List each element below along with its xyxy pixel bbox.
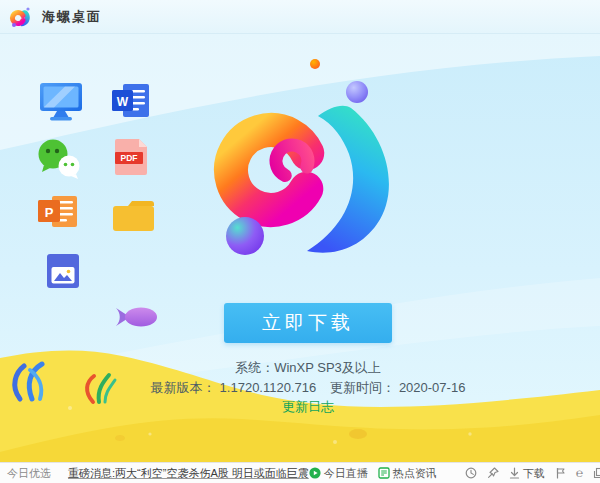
news-icon bbox=[378, 467, 390, 479]
live-label: 今日直播 bbox=[324, 466, 368, 481]
word-glyph: W bbox=[112, 84, 150, 120]
app-title: 海螺桌面 bbox=[42, 8, 102, 26]
monitor-glyph bbox=[39, 83, 83, 121]
system-label: 系统： bbox=[235, 360, 274, 375]
word-document-icon[interactable]: W bbox=[112, 84, 150, 120]
powerpoint-letter: P bbox=[45, 205, 54, 220]
orange-dot bbox=[310, 59, 320, 69]
flag-icon[interactable] bbox=[555, 467, 566, 479]
browser-icon[interactable]: ℮ bbox=[576, 467, 583, 479]
version-label: 最新版本： bbox=[151, 380, 216, 395]
word-letter: W bbox=[117, 95, 129, 109]
folder-icon[interactable] bbox=[112, 200, 156, 232]
conch-logo bbox=[205, 50, 405, 269]
download-tool-label: 下载 bbox=[523, 466, 545, 481]
statusbar: 今日优选 重磅消息:两大“利空”空袭杀伤A股 明日或面临巨震 今日直播 热点资讯 bbox=[0, 462, 600, 483]
conch-glyph bbox=[205, 50, 405, 265]
wechat-glyph bbox=[36, 139, 84, 179]
pdf-glyph: PDF bbox=[115, 139, 149, 175]
powerpoint-document-icon[interactable]: P bbox=[38, 196, 78, 230]
image-file-icon[interactable] bbox=[47, 254, 79, 288]
hot-news-button[interactable]: 热点资讯 bbox=[378, 466, 437, 481]
folder-glyph bbox=[112, 200, 156, 232]
version-info: 最新版本：1.1720.1120.716 更新时间：2020-07-16 bbox=[108, 379, 508, 397]
fish-icon bbox=[114, 303, 158, 335]
hot-news-label: 热点资讯 bbox=[393, 466, 437, 481]
powerpoint-glyph: P bbox=[38, 196, 78, 230]
purple-ball-top bbox=[346, 81, 368, 103]
image-glyph bbox=[47, 254, 79, 288]
update-time-value: 2020-07-16 bbox=[399, 380, 466, 395]
main-area: W PDF bbox=[0, 34, 600, 462]
purple-ball-bottom bbox=[226, 217, 264, 255]
pdf-label: PDF bbox=[121, 153, 138, 163]
download-button[interactable]: 立即下载 bbox=[224, 303, 392, 343]
wechat-icon[interactable] bbox=[36, 139, 84, 179]
version-value: 1.1720.1120.716 bbox=[220, 380, 317, 395]
pin-icon[interactable] bbox=[487, 467, 499, 479]
system-requirements: 系统：WinXP SP3及以上 bbox=[108, 359, 508, 377]
download-arrow-icon bbox=[509, 467, 520, 479]
live-play-icon bbox=[309, 467, 321, 479]
update-time-label: 更新时间： bbox=[330, 380, 395, 395]
changelog-link[interactable]: 更新日志 bbox=[108, 398, 508, 416]
live-button[interactable]: 今日直播 bbox=[309, 466, 368, 481]
windows-icon[interactable] bbox=[593, 467, 600, 479]
titlebar: 海螺桌面 bbox=[0, 0, 600, 34]
today-picks-label[interactable]: 今日优选 bbox=[7, 466, 51, 481]
app-window: 海螺桌面 W bbox=[0, 0, 600, 483]
app-logo-icon bbox=[9, 5, 33, 29]
download-tool-button[interactable]: 下载 bbox=[509, 466, 545, 481]
system-value: WinXP SP3及以上 bbox=[274, 360, 381, 375]
news-ticker-headline[interactable]: 重磅消息:两大“利空”空袭杀伤A股 明日或面临巨震 bbox=[68, 466, 309, 481]
computer-icon[interactable] bbox=[39, 83, 83, 121]
clock-icon[interactable] bbox=[465, 467, 477, 479]
pdf-document-icon[interactable]: PDF bbox=[115, 139, 149, 175]
